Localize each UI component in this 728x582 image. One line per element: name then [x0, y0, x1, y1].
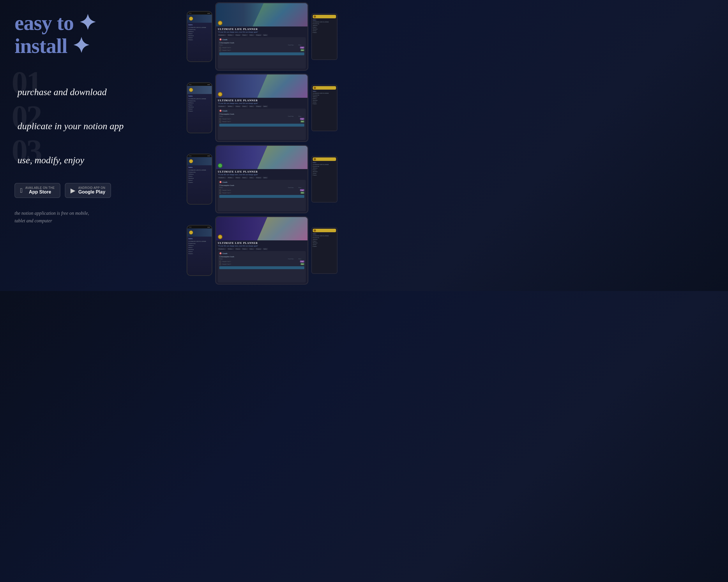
phone-item-1: ULTIMATE LIFE PLANNER — [188, 26, 211, 29]
tablet-banner-1 — [216, 3, 308, 26]
side-avatar-3 — [314, 158, 316, 160]
tablet-banner-art-2 — [257, 75, 308, 98]
goals-col-headers-3: Name Goal Size Desc — [219, 187, 304, 188]
goals-subheader-3: ☐ Incomplete Goals — [219, 184, 304, 186]
tab-fitness-2: Fitness — [235, 105, 241, 107]
goal-check-4a — [219, 261, 221, 262]
phone-item-4-3: Wellness — [188, 244, 211, 247]
phone-item-4-4: Fitness — [188, 247, 211, 249]
phone-signal-1: ●●● — [207, 12, 210, 14]
tablet-avatar-2 — [218, 92, 223, 96]
goal-text-4b: Sample Goal 3 — [222, 264, 300, 265]
side-nav-index-2: Index — [313, 90, 336, 92]
col-name-2: Name — [219, 115, 286, 117]
phone-screen-3: 9:41 ●●● Index ULTIMATE LIFE PLANNER Pro… — [187, 154, 212, 204]
phone-content-4: Index ULTIMATE LIFE PLANNER Productivity… — [187, 237, 212, 275]
tablet-banner-4 — [216, 217, 308, 240]
tablet-content-2: ULTIMATE LIFE PLANNER "If your life can … — [216, 98, 308, 141]
phone-item-6: School — [188, 37, 211, 39]
goal-check-1b — [219, 50, 221, 51]
col-goal-4: Goal Size — [288, 258, 297, 259]
phone-item-3-4: Fitness — [188, 175, 211, 177]
tablet-banner-art-3 — [257, 146, 308, 169]
tab-scho-4: Scho... — [249, 248, 255, 250]
mockup-row-4: 9:41 ●●● Index ULTIMATE LIFE PLANNER Pro… — [160, 216, 364, 285]
step-label-3: use, modify, enjoy — [18, 155, 154, 166]
tab-index-4: Index — [263, 248, 268, 250]
app-store-button[interactable]:  Available on the App Store — [15, 183, 60, 198]
tablet-side-right-4: Index ULTIMATE LIFE PLANNER Productivity… — [311, 227, 338, 274]
google-play-sub: ANDROID APP ON — [78, 186, 105, 189]
goal-row-3b: Sample Goal 3 Med — [219, 192, 304, 194]
tab-nutrit-2: Nutrit... — [242, 105, 248, 107]
goal-check-2b — [219, 121, 221, 122]
tablet-nav-tabs-1: Productiv... Wellne... Fitness Nutrit...… — [218, 34, 306, 36]
tablet-avatar-1 — [218, 21, 223, 25]
tablet-mockup-center-1: ULTIMATE LIFE PLANNER "If your life can … — [215, 2, 308, 71]
phone-screen-1: 9:41 ●●● Index ULTIMATE LIFE PLANNER Pro… — [187, 11, 212, 61]
phone-status-bar-2: 9:41 ●●● — [187, 83, 212, 86]
tab-fitness-4: Fitness — [235, 248, 241, 250]
tab-productiv-1: Productiv... — [218, 34, 226, 36]
phone-time-3: 9:41 — [189, 155, 191, 157]
tab-productiv-2: Productiv... — [218, 105, 226, 107]
goal-check-2a — [219, 118, 221, 120]
tablet-screen-2: ULTIMATE LIFE PLANNER "If your life can … — [216, 75, 308, 141]
goal-row-3a: Sample Goal 4 Large — [219, 189, 304, 191]
tab-wellne-4: Wellne... — [227, 248, 234, 250]
phone-item-2-1: ULTIMATE LIFE PLANNER — [188, 98, 211, 100]
goal-row-1b: Sample Goal 3 Med — [219, 49, 304, 51]
goals-progress-bar-3 — [219, 195, 304, 198]
tablet-banner-2 — [216, 75, 308, 98]
step-1: 01 purchase and download — [15, 75, 154, 98]
tab-nutrit-4: Nutrit... — [242, 248, 248, 250]
tab-scho-1: Scho... — [249, 34, 255, 36]
phone-item-4-2: Productivity — [188, 242, 211, 244]
goal-badge-1b: Med — [301, 49, 304, 51]
tab-wellne-1: Wellne... — [227, 34, 234, 36]
goal-row-1a: Sample Goal 4 Large — [219, 47, 304, 49]
goal-badge-3b: Med — [301, 192, 304, 194]
tablet-subtitle-3: "If your life can change once, your life… — [218, 174, 306, 175]
footer-line1: the notion application is free on mobile… — [15, 211, 89, 216]
phone-signal-3: ●●● — [207, 155, 210, 157]
tablet-side-screen-2: Index ULTIMATE LIFE PLANNER Productivity… — [312, 85, 337, 131]
tablet-title-4: ULTIMATE LIFE PLANNER — [218, 242, 306, 244]
phone-item-3-5: Nutrition — [188, 177, 211, 179]
tablet-nav-tabs-3: Productiv... Wellne... Fitness Nutrit...… — [218, 177, 306, 179]
col-goal-1: Goal Size — [288, 44, 297, 46]
phone-item-2-6: School — [188, 108, 211, 110]
tab-productiv-4: Productiv... — [218, 248, 226, 250]
phone-nav-index-2: Index — [188, 95, 211, 97]
mockup-row-2: 9:41 ●●● Index ULTIMATE LIFE PLANNER Pro… — [160, 74, 364, 142]
title-line1: easy to — [15, 11, 74, 35]
store-buttons:  Available on the App Store ▶ ANDROID A… — [15, 183, 154, 198]
tablet-side-screen-4: Index ULTIMATE LIFE PLANNER Productivity… — [312, 228, 337, 273]
tablet-subtitle-4: "If your life can change once, your life… — [218, 245, 306, 247]
steps-container: 01 purchase and download 02 duplicate in… — [15, 75, 154, 166]
phone-time-1: 9:41 — [189, 12, 191, 14]
tab-index-1: Index — [263, 34, 268, 36]
phone-item-2-2: Productivity — [188, 100, 211, 102]
tab-finance-1: Finance — [255, 34, 262, 36]
tab-index-2: Index — [263, 105, 268, 107]
tablet-side-right-2: Index ULTIMATE LIFE PLANNER Productivity… — [311, 85, 338, 131]
tab-scho-2: Scho... — [249, 105, 255, 107]
tab-index-3: Index — [263, 177, 268, 179]
tablet-avatar-4 — [218, 234, 223, 239]
col-desc-2: Desc — [298, 115, 304, 117]
goal-row-4a: Sample Goal 5 Large — [219, 260, 304, 262]
side-avatar-4 — [314, 229, 316, 232]
tablet-screen-1: ULTIMATE LIFE PLANNER "If your life can … — [216, 3, 308, 70]
google-play-button[interactable]: ▶ ANDROID APP ON Google Play — [65, 183, 111, 198]
phone-item-3-7: Finance — [188, 181, 211, 183]
side-avatar-2 — [314, 87, 316, 89]
phone-avatar-1 — [189, 17, 193, 21]
col-desc-4: Desc — [298, 258, 304, 259]
phone-item-4-7: Finance — [188, 253, 211, 255]
phone-item-7: Finance — [188, 39, 211, 41]
phone-banner-2 — [187, 86, 212, 94]
phone-mockup-left-2: 9:41 ●●● Index ULTIMATE LIFE PLANNER Pro… — [187, 82, 212, 133]
phone-banner-3 — [187, 157, 212, 165]
tablet-screen-4: ULTIMATE LIFE PLANNER "If your life can … — [216, 217, 308, 284]
